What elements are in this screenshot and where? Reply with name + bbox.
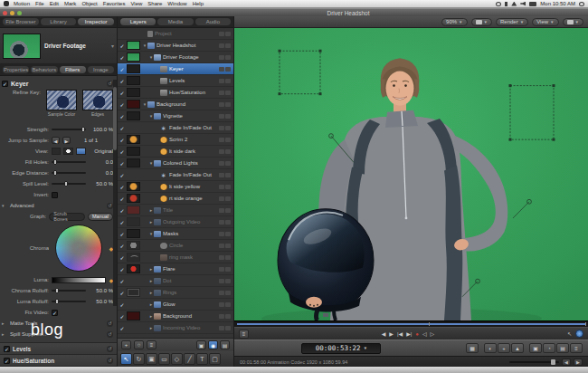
- battery-icon[interactable]: [529, 2, 536, 6]
- layer-curve-icon[interactable]: [225, 314, 231, 319]
- layer-lock-icon[interactable]: [219, 55, 224, 60]
- layer-row-driver-footage[interactable]: ✓▾Driver Footage: [118, 52, 233, 63]
- subtab-image[interactable]: Image: [88, 66, 114, 73]
- param-luma-rolloff-slider[interactable]: [52, 301, 86, 302]
- layer-lock-icon[interactable]: [219, 314, 224, 319]
- reset-icon[interactable]: ↺: [107, 331, 113, 338]
- reset-icon[interactable]: ↺: [107, 358, 113, 364]
- timeline-show-icon[interactable]: ≡: [239, 330, 249, 339]
- onion-skin-icon[interactable]: ◐: [484, 343, 497, 353]
- layer-curve-icon[interactable]: [225, 79, 231, 83]
- layer-lock-icon[interactable]: [219, 114, 224, 119]
- layer-lock-icon[interactable]: [219, 43, 224, 48]
- layer-row-project[interactable]: Project: [118, 28, 233, 40]
- layer-enable-checkbox[interactable]: ✓: [118, 172, 127, 178]
- layer-enable-checkbox[interactable]: ✓: [118, 207, 127, 214]
- zoom-window-button[interactable]: [17, 11, 22, 15]
- filter-row-levels[interactable]: ✓Levels↺: [0, 343, 117, 355]
- layer-enable-checkbox[interactable]: ✓: [118, 325, 127, 331]
- param-chroma-rolloff-knob[interactable]: [55, 288, 59, 293]
- layer-lock-icon[interactable]: [219, 326, 224, 330]
- layer-row-circle[interactable]: ✓Circle: [118, 240, 233, 252]
- scrub-box-handle[interactable]: [319, 92, 322, 95]
- layer-lock-icon[interactable]: [219, 291, 224, 295]
- layer-enable-checkbox[interactable]: ✓: [118, 219, 127, 225]
- layer-lock-icon[interactable]: [219, 173, 224, 177]
- layer-enable-checkbox[interactable]: ✓: [118, 301, 127, 308]
- layer-curve-icon[interactable]: [225, 279, 231, 283]
- scrub-box-handle[interactable]: [509, 84, 512, 87]
- record-icon[interactable]: ●: [415, 331, 419, 337]
- close-window-button[interactable]: [3, 11, 7, 15]
- menu-motion[interactable]: Motion: [14, 1, 30, 6]
- layer-curve-icon[interactable]: [225, 208, 231, 213]
- layer-enable-checkbox[interactable]: ✓: [118, 243, 127, 249]
- menu-file[interactable]: File: [35, 1, 44, 6]
- add-marker-icon[interactable]: +: [498, 343, 510, 353]
- layer-enable-checkbox[interactable]: ✓: [118, 160, 127, 167]
- param-strength-slider[interactable]: [52, 129, 86, 130]
- select-tool[interactable]: ↖: [120, 353, 132, 365]
- param-edge-distance-slider[interactable]: [52, 172, 86, 174]
- snap-icon[interactable]: ▲: [511, 343, 524, 353]
- render-dropdown[interactable]: Render▼: [496, 18, 528, 26]
- layer-curve-icon[interactable]: [225, 326, 231, 330]
- layer-curve-icon[interactable]: [225, 196, 231, 201]
- layer-row-title[interactable]: ✓▸Title: [118, 205, 233, 216]
- layer-row-outgoing-video[interactable]: ✓▸Outgoing Video: [118, 216, 233, 228]
- layer-enable-checkbox[interactable]: ✓: [118, 90, 127, 96]
- layer-lock-icon[interactable]: [219, 232, 224, 236]
- reset-icon[interactable]: ↺: [107, 81, 113, 87]
- layer-row-levels[interactable]: ✓Levels: [118, 75, 233, 87]
- menubar-clock[interactable]: Mon 10:50 AM: [540, 1, 575, 6]
- layer-row-driver-headshot[interactable]: ✓▾Driver Headshot: [118, 40, 233, 52]
- footage-thumbnail[interactable]: [3, 33, 41, 59]
- layer-lock-icon[interactable]: [219, 255, 224, 260]
- layer-curve-icon[interactable]: [225, 126, 231, 130]
- view-matte-icon[interactable]: [63, 148, 73, 155]
- tab-media[interactable]: Media: [157, 18, 193, 25]
- layer-lock-icon[interactable]: [219, 126, 224, 130]
- chroma-color-wheel[interactable]: [55, 225, 102, 272]
- layer-curve-icon[interactable]: [225, 67, 231, 72]
- transform-tool[interactable]: ↻: [133, 353, 145, 365]
- previous-frame-icon[interactable]: |◀: [397, 330, 403, 337]
- layer-enable-checkbox[interactable]: ✓: [118, 184, 127, 190]
- folder-column-icon[interactable]: ▤: [220, 340, 230, 349]
- param-advanced-disclosure-icon[interactable]: ▾: [2, 203, 7, 208]
- menu-edit[interactable]: Edit: [50, 1, 59, 6]
- tab-file-browser[interactable]: File Browser: [3, 18, 39, 25]
- param-luma-rolloff-knob[interactable]: [55, 299, 59, 304]
- sync-icon[interactable]: [496, 2, 501, 6]
- pointer-mini-icon[interactable]: ↖: [567, 330, 572, 337]
- timeline-scrubber[interactable]: [234, 320, 588, 327]
- layer-curve-icon[interactable]: [225, 55, 231, 60]
- layer-lock-icon[interactable]: [219, 185, 224, 189]
- layer-lock-icon[interactable]: [219, 244, 224, 248]
- layer-curve-icon[interactable]: [225, 232, 231, 236]
- layer-enable-checkbox[interactable]: ✓: [118, 101, 127, 108]
- layer-lock-icon[interactable]: [219, 161, 224, 166]
- layer-row-lt-side-yellow[interactable]: ✓lt side yellow: [118, 181, 233, 193]
- inspector-header-menu-icon[interactable]: ▾: [111, 43, 114, 49]
- reset-icon[interactable]: ↺: [107, 346, 113, 352]
- filter-enable-checkbox[interactable]: ✓: [4, 346, 10, 352]
- show-rulers-icon[interactable]: ≡: [570, 343, 583, 353]
- layer-curve-icon[interactable]: [225, 161, 231, 166]
- layer-curve-icon[interactable]: [225, 102, 231, 107]
- layer-enable-checkbox[interactable]: ✓: [118, 125, 127, 131]
- menu-mark[interactable]: Mark: [64, 1, 76, 6]
- layer-enable-checkbox[interactable]: ✓: [118, 266, 127, 273]
- layer-curve-icon[interactable]: [225, 138, 231, 142]
- scrub-box-handle[interactable]: [553, 84, 555, 87]
- layer-row-rings[interactable]: ✓▸Rings: [118, 287, 233, 299]
- layer-row-flare[interactable]: ✓▸Flare: [118, 263, 233, 275]
- add-layer-button[interactable]: +: [121, 340, 131, 349]
- rectangle-tool[interactable]: ▭: [158, 353, 170, 365]
- scrub-box-handle[interactable]: [509, 139, 512, 141]
- layer-curve-icon[interactable]: [225, 255, 231, 260]
- tab-library[interactable]: Library: [41, 18, 77, 25]
- layer-enable-checkbox[interactable]: ✓: [118, 113, 127, 120]
- layer-row-colored-lights[interactable]: ✓▾Colored Lights: [118, 158, 233, 169]
- luma-gradient-slider[interactable]: [52, 277, 106, 283]
